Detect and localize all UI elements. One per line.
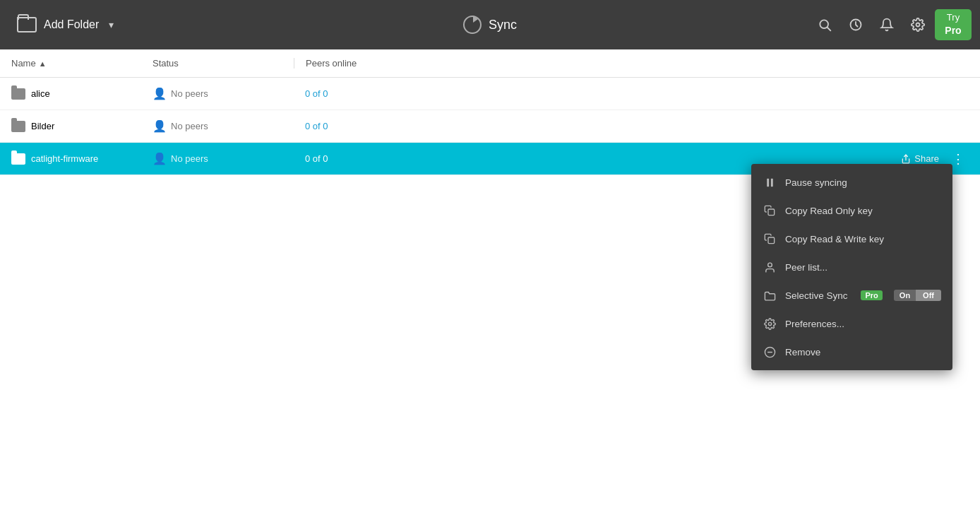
settings-button[interactable] [904, 12, 932, 37]
folder-icon [17, 17, 37, 33]
peers-count: 0 of 0 [294, 88, 969, 99]
menu-item-selective-sync[interactable]: Selective Sync Pro On Off [751, 281, 952, 309]
peer-status-icon: 👤 [153, 119, 167, 133]
app-title: Sync [489, 18, 517, 33]
pause-icon [763, 175, 777, 189]
toolbar-right: Try Pro [811, 9, 972, 40]
doc-icon [763, 203, 777, 218]
remove-icon [763, 345, 777, 359]
row-name: catlight-firmware [11, 153, 153, 165]
history-button[interactable] [842, 12, 870, 37]
menu-label: Copy Read Only key [785, 206, 941, 216]
toggle-group[interactable]: On Off [894, 290, 941, 301]
folder-icon [11, 121, 25, 132]
row-name: alice [11, 88, 153, 100]
svg-rect-6 [770, 178, 772, 186]
app-title-area: Sync [463, 16, 517, 34]
menu-label: Remove [785, 347, 941, 358]
table-header: Name ▲ Status Peers online [0, 49, 980, 78]
column-name[interactable]: Name ▲ [11, 58, 153, 69]
svg-rect-8 [768, 237, 775, 244]
column-peers: Peers online [294, 58, 969, 69]
menu-label: Selective Sync [785, 290, 852, 301]
folder-name: catlight-firmware [31, 153, 98, 164]
table-row[interactable]: alice 👤 No peers 0 of 0 [0, 78, 980, 110]
toolbar: Add Folder ▾ Sync [0, 0, 980, 49]
row-status: 👤 No peers [153, 119, 294, 133]
menu-label: Peer list... [785, 262, 941, 273]
three-dot-icon: ⋮ [952, 152, 964, 166]
menu-label: Copy Read & Write key [785, 234, 941, 244]
main-content: Name ▲ Status Peers online alice 👤 No pe… [0, 49, 980, 508]
column-name-label: Name [11, 58, 36, 69]
menu-item-remove[interactable]: Remove [751, 338, 952, 366]
add-folder-label: Add Folder [44, 18, 99, 31]
svg-point-10 [768, 322, 771, 325]
menu-item-copy-read-write[interactable]: Copy Read & Write key [751, 225, 952, 253]
row-name: Bilder [11, 121, 153, 132]
menu-label: Pause syncing [785, 177, 941, 188]
doc-icon [763, 232, 777, 246]
svg-rect-5 [767, 178, 769, 186]
pro-badge: Pro [861, 290, 882, 300]
gear-icon [763, 317, 777, 331]
peer-status-icon: 👤 [153, 152, 167, 165]
status-text: No peers [171, 88, 208, 99]
column-status-label: Status [153, 58, 179, 69]
peer-status-icon: 👤 [153, 87, 167, 100]
search-button[interactable] [811, 12, 839, 37]
folder-name: alice [31, 88, 50, 99]
menu-item-copy-read-only[interactable]: Copy Read Only key [751, 196, 952, 225]
try-pro-button[interactable]: Try Pro [935, 9, 972, 40]
row-status: 👤 No peers [153, 87, 294, 100]
peers-count: 0 of 0 [294, 153, 895, 164]
notifications-button[interactable] [873, 12, 901, 37]
pro-label: Pro [945, 24, 961, 37]
folder-icon [11, 153, 25, 165]
status-text: No peers [171, 153, 208, 164]
svg-point-3 [916, 23, 920, 26]
menu-item-preferences[interactable]: Preferences... [751, 309, 952, 338]
menu-item-peer-list[interactable]: Peer list... [751, 253, 952, 281]
row-status: 👤 No peers [153, 152, 294, 165]
menu-label: Preferences... [785, 319, 941, 329]
folder-icon [763, 288, 777, 302]
folder-icon [11, 88, 25, 100]
add-folder-button[interactable]: Add Folder ▾ [8, 11, 122, 38]
column-peers-label: Peers online [306, 58, 357, 69]
menu-item-pause-syncing[interactable]: Pause syncing [751, 168, 952, 196]
toggle-on[interactable]: On [894, 290, 916, 301]
person-icon [763, 260, 777, 274]
svg-line-1 [827, 28, 831, 31]
toggle-off[interactable]: Off [916, 290, 941, 301]
share-label: Share [914, 153, 939, 164]
try-label: Try [947, 12, 960, 24]
svg-point-9 [767, 263, 772, 267]
dropdown-arrow-icon: ▾ [109, 19, 114, 30]
svg-rect-7 [768, 209, 775, 215]
context-menu: Pause syncing Copy Read Only key Copy Re… [751, 164, 952, 370]
table-row[interactable]: Bilder 👤 No peers 0 of 0 [0, 110, 980, 143]
peers-count: 0 of 0 [294, 121, 969, 131]
sync-icon [463, 16, 482, 34]
folder-name: Bilder [31, 121, 54, 131]
sort-arrow-icon: ▲ [39, 59, 47, 68]
status-text: No peers [171, 121, 208, 131]
column-status: Status [153, 58, 294, 69]
